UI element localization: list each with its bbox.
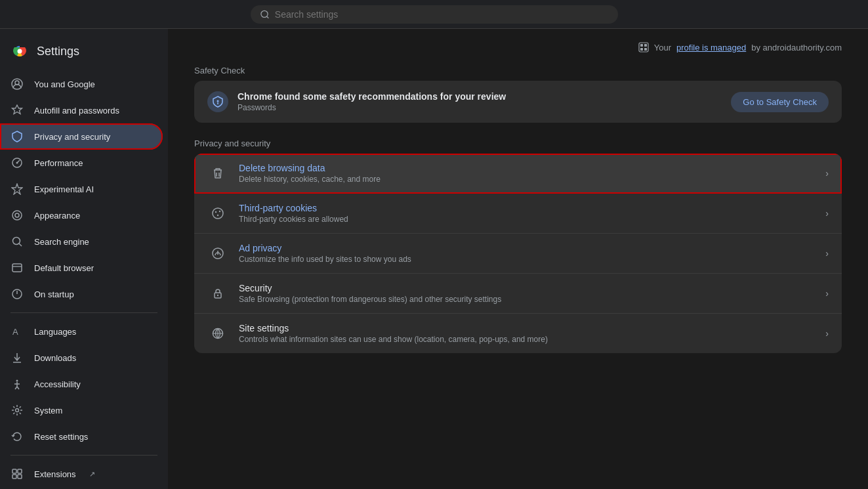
- svg-point-14: [13, 238, 20, 245]
- security-chevron: ›: [825, 288, 829, 299]
- sidebar-item-default-browser[interactable]: Default browser: [0, 255, 163, 281]
- sidebar-item-appearance[interactable]: Appearance: [0, 202, 163, 228]
- sidebar-divider-1: [10, 312, 157, 313]
- sidebar-item-label: Search engine: [34, 237, 89, 247]
- svg-point-6: [18, 49, 22, 54]
- sidebar-item-extensions[interactable]: Extensions ↗: [0, 461, 163, 487]
- svg-point-12: [12, 211, 22, 220]
- sidebar-item-performance[interactable]: Performance: [0, 150, 163, 176]
- settings-item-delete-browsing-data[interactable]: Delete browsing data Delete history, coo…: [194, 154, 842, 194]
- sidebar-item-autofill[interactable]: Autofill and passwords: [0, 97, 163, 123]
- svg-point-13: [15, 213, 19, 217]
- site-settings-title: Site settings: [239, 323, 815, 333]
- delete-browsing-data-title: Delete browsing data: [239, 163, 815, 173]
- privacy-settings-list: Delete browsing data Delete history, coo…: [194, 154, 842, 353]
- sidebar-item-privacy[interactable]: Privacy and security: [0, 123, 163, 150]
- profile-managed-icon: [638, 42, 649, 53]
- safety-check-card: Chrome found some safety recommendations…: [194, 81, 842, 123]
- delete-browsing-data-text: Delete browsing data Delete history, coo…: [239, 163, 815, 184]
- sidebar-item-label: Accessibility: [34, 379, 81, 389]
- settings-item-ad-privacy[interactable]: Ad privacy Customize the info used by si…: [194, 234, 842, 274]
- site-settings-chevron: ›: [825, 328, 829, 339]
- profile-managed-link[interactable]: profile is managed: [676, 43, 746, 53]
- svg-rect-30: [18, 469, 22, 473]
- sidebar-item-label: Default browser: [34, 263, 94, 273]
- delete-browsing-data-desc: Delete history, cookies, cache, and more: [239, 175, 815, 184]
- svg-point-42: [213, 208, 223, 219]
- external-link-icon: ↗: [89, 470, 95, 478]
- sidebar-divider-2: [10, 455, 157, 456]
- svg-rect-31: [12, 475, 16, 478]
- sidebar-item-downloads[interactable]: Downloads: [0, 345, 163, 371]
- third-party-cookies-icon: [207, 203, 228, 224]
- site-settings-text: Site settings Controls what information …: [239, 323, 815, 344]
- security-desc: Safe Browsing (protection from dangerous…: [239, 295, 815, 304]
- svg-line-27: [17, 387, 19, 389]
- settings-item-site-settings[interactable]: Site settings Controls what information …: [194, 314, 842, 353]
- default-browser-icon: [10, 261, 24, 274]
- autofill-icon: [10, 104, 24, 117]
- svg-point-23: [16, 380, 18, 382]
- privacy-icon: [10, 130, 24, 143]
- sidebar-item-experimental-ai[interactable]: Experimental AI: [0, 176, 163, 202]
- sidebar-item-label: You and Google: [34, 79, 95, 89]
- sidebar-item-label: Appearance: [34, 211, 80, 221]
- sidebar-item-languages[interactable]: A Languages: [0, 318, 163, 345]
- svg-point-45: [217, 215, 218, 216]
- settings-item-security[interactable]: Security Safe Browsing (protection from …: [194, 274, 842, 314]
- go-to-safety-check-button[interactable]: Go to Safety Check: [731, 92, 829, 112]
- svg-point-0: [260, 11, 267, 17]
- ad-privacy-chevron: ›: [825, 248, 829, 259]
- you-and-google-icon: [10, 77, 24, 91]
- svg-line-15: [19, 244, 22, 246]
- sidebar-item-label: Performance: [34, 158, 83, 168]
- profile-text-before: Your: [654, 43, 671, 53]
- delete-browsing-data-icon: [207, 163, 228, 184]
- search-icon: [260, 9, 270, 20]
- extensions-icon: [10, 467, 24, 480]
- sidebar-item-system[interactable]: System: [0, 397, 163, 423]
- downloads-icon: [10, 351, 24, 364]
- ad-privacy-text: Ad privacy Customize the info used by si…: [239, 243, 815, 264]
- third-party-cookies-chevron: ›: [825, 208, 829, 219]
- svg-point-10: [16, 162, 18, 164]
- sidebar-item-accessibility[interactable]: Accessibility: [0, 371, 163, 397]
- delete-browsing-data-chevron: ›: [825, 168, 829, 179]
- svg-rect-38: [640, 48, 643, 51]
- profile-bar: Your profile is managed by androidauthor…: [194, 42, 842, 53]
- safety-check-subtitle: Passwords: [238, 103, 506, 112]
- sidebar-item-label: System: [34, 406, 62, 415]
- ad-privacy-desc: Customize the info used by sites to show…: [239, 255, 815, 264]
- sidebar-item-search-engine[interactable]: Search engine: [0, 228, 163, 255]
- svg-point-48: [217, 253, 218, 255]
- search-input[interactable]: [275, 9, 609, 20]
- security-icon: [207, 283, 228, 304]
- sidebar-header: Settings: [0, 34, 168, 71]
- settings-item-third-party-cookies[interactable]: Third-party cookies Third-party cookies …: [194, 194, 842, 234]
- svg-point-44: [219, 211, 220, 212]
- svg-text:A: A: [12, 327, 18, 337]
- svg-rect-32: [18, 475, 22, 478]
- search-bar[interactable]: [251, 5, 618, 24]
- search-engine-icon: [10, 235, 24, 248]
- chrome-logo-icon: [10, 42, 29, 60]
- sidebar-item-label: Languages: [34, 327, 76, 337]
- safety-check-section-title: Safety Check: [194, 66, 842, 75]
- svg-rect-16: [12, 264, 22, 272]
- appearance-icon: [10, 209, 24, 222]
- sidebar-item-label: Autofill and passwords: [34, 106, 119, 116]
- ad-privacy-title: Ad privacy: [239, 243, 815, 253]
- sidebar-item-label: Privacy and security: [34, 132, 110, 142]
- security-title: Security: [239, 283, 815, 293]
- sidebar-item-you-and-google[interactable]: You and Google: [0, 71, 163, 97]
- sidebar-item-label: On startup: [34, 289, 74, 299]
- svg-point-50: [217, 295, 218, 296]
- privacy-section-title: Privacy and security: [194, 138, 842, 148]
- svg-line-1: [266, 16, 268, 18]
- sidebar-item-label: Downloads: [34, 353, 76, 363]
- sidebar-item-on-startup[interactable]: On startup: [0, 281, 163, 307]
- security-text: Security Safe Browsing (protection from …: [239, 283, 815, 304]
- sidebar-item-reset-settings[interactable]: Reset settings: [0, 423, 163, 450]
- third-party-cookies-text: Third-party cookies Third-party cookies …: [239, 203, 815, 224]
- svg-point-28: [16, 409, 19, 412]
